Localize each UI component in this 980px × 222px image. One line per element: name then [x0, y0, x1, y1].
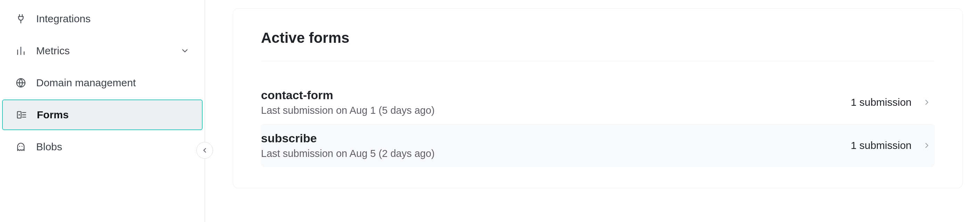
form-list: contact-form Last submission on Aug 1 (5… [261, 81, 934, 167]
form-info: contact-form Last submission on Aug 1 (5… [261, 88, 851, 116]
ghost-icon [13, 139, 29, 155]
globe-icon [13, 75, 29, 91]
form-submission-count: 1 submission [851, 139, 912, 152]
sidebar-item-forms[interactable]: Forms [2, 99, 203, 130]
form-row[interactable]: subscribe Last submission on Aug 5 (2 da… [261, 124, 934, 167]
sidebar-item-integrations[interactable]: Integrations [2, 3, 203, 34]
plug-icon [13, 11, 29, 26]
sidebar-item-blobs[interactable]: Blobs [2, 131, 203, 162]
chevron-right-icon [923, 98, 931, 107]
form-row[interactable]: contact-form Last submission on Aug 1 (5… [261, 81, 934, 124]
sidebar: Integrations Metrics [0, 0, 205, 222]
form-submission-count: 1 submission [851, 96, 912, 108]
form-meta: Last submission on Aug 5 (2 days ago) [261, 148, 851, 160]
active-forms-card: Active forms contact-form Last submissio… [233, 8, 963, 188]
sidebar-collapse-button[interactable] [196, 142, 213, 159]
barchart-icon [13, 43, 29, 59]
card-title: Active forms [261, 30, 934, 61]
sidebar-item-label: Blobs [36, 142, 189, 152]
sidebar-item-metrics[interactable]: Metrics [2, 35, 203, 66]
sidebar-item-label: Metrics [36, 46, 180, 56]
form-name: subscribe [261, 131, 851, 145]
svg-point-9 [19, 146, 20, 147]
sidebar-item-label: Integrations [36, 14, 189, 24]
sidebar-item-domain[interactable]: Domain management [2, 67, 203, 98]
sidebar-item-label: Forms [37, 110, 189, 120]
chevron-down-icon [180, 46, 189, 55]
form-name: contact-form [261, 88, 851, 102]
svg-point-10 [22, 146, 22, 147]
chevron-left-icon [201, 147, 208, 154]
sidebar-item-label: Domain management [36, 78, 189, 88]
main-content: Active forms contact-form Last submissio… [205, 0, 980, 222]
form-meta: Last submission on Aug 1 (5 days ago) [261, 105, 851, 116]
form-icon [14, 107, 29, 123]
form-info: subscribe Last submission on Aug 5 (2 da… [261, 131, 851, 160]
chevron-right-icon [923, 141, 931, 150]
svg-point-5 [18, 114, 20, 115]
